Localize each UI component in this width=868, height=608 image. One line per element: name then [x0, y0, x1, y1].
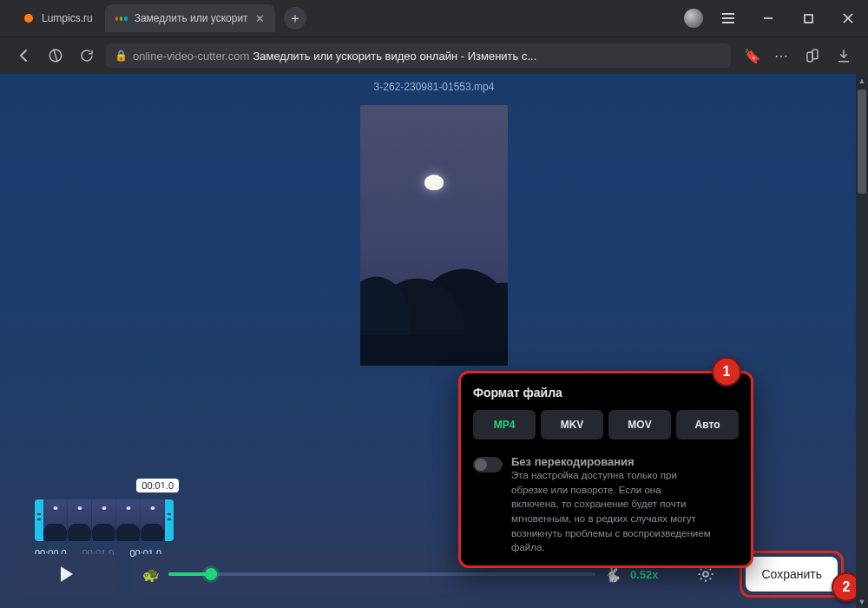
- clip-thumbnails: [43, 499, 165, 541]
- back-button[interactable]: [12, 43, 36, 68]
- slider-knob[interactable]: [205, 568, 217, 580]
- home-button[interactable]: [43, 43, 68, 68]
- tab-video-cutter[interactable]: Замедлить или ускорит ✕: [105, 4, 275, 32]
- window-minimize-button[interactable]: [748, 0, 788, 36]
- scrollbar-down-icon[interactable]: ▼: [856, 595, 868, 608]
- vertical-scrollbar[interactable]: ▲ ▼: [856, 74, 868, 608]
- format-option-auto[interactable]: Авто: [676, 410, 739, 439]
- scrollbar-thumb[interactable]: [858, 89, 866, 194]
- video-preview[interactable]: [360, 105, 508, 366]
- extensions-button[interactable]: [800, 43, 825, 68]
- tab-title: Замедлить или ускорит: [135, 12, 248, 24]
- file-name-label: 3-262-230981-01553.mp4: [0, 74, 868, 93]
- favicon-icon: [115, 12, 128, 24]
- more-button[interactable]: ⋯: [769, 43, 793, 68]
- svg-line-5: [54, 50, 58, 63]
- play-icon: [61, 566, 73, 582]
- speed-slider[interactable]: [168, 572, 595, 577]
- format-option-mov[interactable]: MOV: [608, 410, 671, 439]
- close-tab-icon[interactable]: ✕: [255, 12, 265, 25]
- format-option-mp4[interactable]: MP4: [473, 410, 536, 439]
- tab-strip: Lumpics.ru Замедлить или ускорит ✕ ＋: [0, 0, 679, 36]
- slider-track: [168, 572, 595, 576]
- lock-icon: 🔒: [115, 50, 128, 62]
- svg-point-8: [703, 572, 708, 577]
- svg-rect-1: [805, 15, 812, 23]
- timeline: 00:01.0 00:00.0 00:01.0 00:01.0: [35, 499, 174, 558]
- window-maximize-button[interactable]: [788, 0, 828, 36]
- popup-title: Формат файла: [473, 386, 739, 400]
- hamburger-menu-button[interactable]: [708, 0, 748, 36]
- window-titlebar: Lumpics.ru Замедлить или ускорит ✕ ＋: [0, 0, 868, 36]
- trees-graphic: [360, 261, 508, 366]
- moon-graphic: [424, 175, 444, 190]
- speed-value: 0.52x: [630, 568, 659, 581]
- url-domain: online-video-cutter.com: [133, 50, 249, 63]
- bookmark-button[interactable]: 🔖: [738, 43, 762, 68]
- downloads-button[interactable]: [832, 43, 856, 68]
- favicon-icon: [23, 12, 35, 24]
- play-button[interactable]: [16, 554, 118, 594]
- time-tooltip: 00:01.0: [136, 479, 179, 492]
- save-button-label: Сохранить: [761, 567, 822, 581]
- format-option-mkv[interactable]: MKV: [541, 410, 603, 439]
- reload-button[interactable]: [75, 43, 99, 68]
- window-close-button[interactable]: [828, 0, 868, 36]
- window-controls: [679, 0, 868, 36]
- new-tab-button[interactable]: ＋: [284, 7, 306, 30]
- reencode-toggle[interactable]: [473, 457, 503, 473]
- format-row: MP4 MKV MOV Авто: [473, 410, 739, 439]
- svg-rect-6: [807, 52, 812, 62]
- format-popup: Формат файла MP4 MKV MOV Авто Без переко…: [458, 371, 753, 568]
- app-viewport: 3-262-230981-01553.mp4 00:01.0 00:00.0 0…: [0, 74, 868, 608]
- reencode-row: Без перекодирования Эта настройка доступ…: [473, 455, 739, 555]
- turtle-icon: 🐢: [142, 566, 160, 583]
- clip-handle-right[interactable]: [165, 499, 174, 541]
- rabbit-icon: 🐇: [604, 566, 621, 583]
- clip-handle-left[interactable]: [35, 499, 43, 541]
- reencode-toggle-desc: Эта настройка доступна только при обрезк…: [511, 468, 711, 555]
- tab-lumpics[interactable]: Lumpics.ru: [12, 4, 103, 32]
- save-callout-frame: Сохранить: [740, 551, 844, 598]
- url-title: Замедлить или ускорить видео онлайн - Из…: [253, 50, 536, 63]
- svg-rect-7: [812, 50, 818, 59]
- profile-avatar[interactable]: [684, 9, 703, 28]
- url-field[interactable]: 🔒 online-video-cutter.com Замедлить или …: [106, 43, 731, 68]
- callout-1: 1: [712, 357, 741, 387]
- address-bar: 🔒 online-video-cutter.com Замедлить или …: [0, 36, 868, 74]
- scrollbar-up-icon[interactable]: ▲: [856, 74, 868, 88]
- reencode-text: Без перекодирования Эта настройка доступ…: [511, 455, 711, 555]
- tab-title: Lumpics.ru: [42, 12, 93, 24]
- reencode-toggle-label: Без перекодирования: [511, 455, 711, 468]
- save-button[interactable]: Сохранить: [746, 557, 838, 591]
- timeline-clip[interactable]: 00:01.0: [35, 499, 174, 541]
